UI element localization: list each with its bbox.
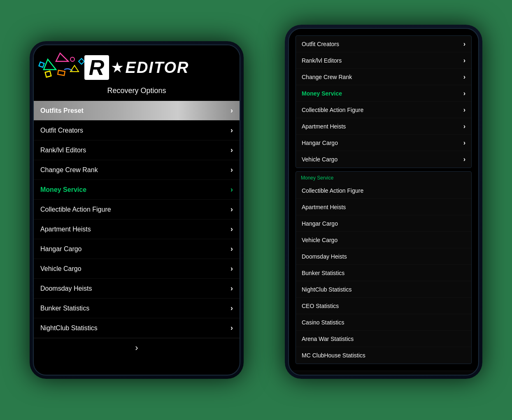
right-top-chevron-6: ›	[463, 139, 465, 147]
left-menu-item-1[interactable]: Outfit Creators›	[34, 121, 240, 140]
right-top-label-7: Vehicle Cargo	[302, 156, 337, 163]
left-menu-label-2: Rank/lvl Editors	[40, 147, 86, 154]
left-menu-item-7[interactable]: Hangar Cargo›	[34, 239, 240, 259]
svg-rect-2	[45, 71, 51, 77]
right-top-item-1[interactable]: Rank/lvl Editors›	[296, 52, 471, 69]
right-bottom-label-4: Doomsday Heists	[302, 253, 347, 260]
right-top-chevron-3: ›	[463, 90, 465, 97]
left-menu-label-10: Bunker Statistics	[40, 305, 89, 312]
svg-rect-4	[39, 62, 44, 68]
right-bottom-menu: Collectible Action FigureApartment Heist…	[296, 182, 471, 364]
right-top-item-0[interactable]: Outfit Creators›	[296, 36, 471, 52]
right-top-menu: Outfit Creators›Rank/lvl Editors›Change …	[296, 36, 471, 168]
right-top-item-2[interactable]: Change Crew Rank›	[296, 69, 471, 85]
right-top-label-2: Change Crew Rank	[302, 74, 352, 80]
right-bottom-label-9: Arena War Statistics	[302, 336, 354, 342]
left-menu-item-5[interactable]: Collectible Action Figure›	[34, 200, 240, 219]
left-menu-item-9[interactable]: Doomsday Heists›	[34, 279, 240, 299]
right-top-item-7[interactable]: Vehicle Cargo›	[296, 151, 471, 168]
svg-marker-1	[56, 53, 68, 61]
left-menu-label-5: Collectible Action Figure	[40, 206, 111, 213]
right-panel: Outfit Creators›Rank/lvl Editors›Change …	[285, 25, 482, 379]
left-menu-chevron-11: ›	[230, 324, 233, 332]
left-menu-item-11[interactable]: NightClub Statistics›	[34, 318, 240, 338]
left-menu-item-3[interactable]: Change Crew Rank›	[34, 160, 240, 180]
right-top-item-6[interactable]: Hangar Cargo›	[296, 135, 471, 151]
left-menu-list: Outfits Preset›Outfit Creators›Rank/lvl …	[34, 101, 240, 338]
left-menu-label-1: Outfit Creators	[40, 127, 83, 134]
left-menu-label-4: Money Service	[40, 186, 86, 194]
recovery-title: Recovery Options	[34, 84, 240, 101]
logo-r-letter: R	[84, 55, 109, 80]
scene: R ★ EDITOR Recovery Options Outfits Pres…	[30, 25, 482, 395]
right-top-chevron-7: ›	[463, 156, 465, 163]
left-menu-item-10[interactable]: Bunker Statistics›	[34, 299, 240, 318]
right-bottom-item-8[interactable]: Casino Statistics	[296, 314, 471, 331]
right-bottom-label-0: Collectible Action Figure	[302, 187, 363, 194]
right-top-chevron-2: ›	[463, 73, 465, 81]
right-bottom-label-10: MC ClubHouse Statistics	[302, 352, 365, 359]
left-menu-chevron-8: ›	[230, 264, 233, 273]
left-menu-item-4[interactable]: Money Service›	[34, 180, 240, 200]
left-menu-chevron-4: ›	[230, 185, 233, 194]
right-top-subpanel: Outfit Creators›Rank/lvl Editors›Change …	[296, 35, 472, 168]
left-menu-label-11: NightClub Statistics	[40, 324, 98, 332]
right-top-label-4: Collectible Action Figure	[302, 107, 363, 113]
right-bottom-item-7[interactable]: CEO Statistics	[296, 298, 471, 314]
left-menu-chevron-5: ›	[230, 205, 233, 214]
svg-point-5	[70, 57, 74, 61]
right-top-chevron-5: ›	[463, 123, 465, 130]
right-bottom-item-6[interactable]: NightClub Statistics	[296, 281, 471, 298]
left-menu-chevron-9: ›	[230, 284, 233, 293]
nav-down-arrow[interactable]: ›	[135, 343, 138, 353]
money-service-label: Money Service	[296, 172, 471, 182]
svg-marker-7	[79, 58, 84, 64]
right-bottom-item-10[interactable]: MC ClubHouse Statistics	[296, 347, 471, 364]
scroll-arrows[interactable]: ⇕	[466, 374, 472, 376]
left-menu-label-8: Vehicle Cargo	[40, 265, 81, 273]
right-top-label-0: Outfit Creators	[302, 41, 339, 47]
right-bottom-label-7: CEO Statistics	[302, 303, 339, 309]
right-top-chevron-1: ›	[463, 57, 465, 64]
right-bottom-label-8: Casino Statistics	[302, 319, 344, 326]
right-bottom-label-2: Hangar Cargo	[302, 220, 338, 227]
right-top-item-3[interactable]: Money Service›	[296, 85, 471, 102]
right-bottom-item-3[interactable]: Vehicle Cargo	[296, 232, 471, 248]
left-menu-chevron-2: ›	[230, 146, 233, 154]
right-top-label-3: Money Service	[302, 90, 342, 97]
left-menu-label-3: Change Crew Rank	[40, 166, 98, 174]
bottom-nav: ›	[34, 338, 240, 357]
left-menu-chevron-6: ›	[230, 225, 233, 233]
left-menu-chevron-3: ›	[230, 166, 233, 174]
left-menu-label-0: Outfits Preset	[40, 107, 84, 114]
right-top-label-6: Hangar Cargo	[302, 140, 338, 146]
svg-marker-0	[44, 59, 56, 70]
right-top-item-5[interactable]: Apartment Heists›	[296, 118, 471, 135]
left-menu-item-0[interactable]: Outfits Preset›	[34, 101, 240, 121]
left-menu-item-2[interactable]: Rank/lvl Editors›	[34, 140, 240, 160]
right-bottom-item-4[interactable]: Doomsday Heists	[296, 248, 471, 265]
left-menu-chevron-0: ›	[230, 106, 233, 115]
left-menu-item-6[interactable]: Apartment Heists›	[34, 219, 240, 239]
left-menu-label-6: Apartment Heists	[40, 226, 91, 233]
left-menu-chevron-1: ›	[230, 126, 233, 135]
right-top-label-5: Apartment Heists	[302, 123, 346, 130]
logo-area: R ★ EDITOR	[34, 45, 240, 84]
left-menu-label-9: Doomsday Heists	[40, 285, 92, 292]
left-panel: R ★ EDITOR Recovery Options Outfits Pres…	[30, 41, 244, 379]
right-bottom-item-1[interactable]: Apartment Heists	[296, 199, 471, 215]
right-bottom-item-5[interactable]: Bunker Statistics	[296, 265, 471, 281]
left-menu-label-7: Hangar Cargo	[40, 245, 82, 253]
left-menu-chevron-10: ›	[230, 304, 233, 313]
right-top-item-4[interactable]: Collectible Action Figure›	[296, 102, 471, 118]
right-bottom-label-1: Apartment Heists	[302, 204, 346, 210]
right-bottom-item-9[interactable]: Arena War Statistics	[296, 331, 471, 347]
logo-editor-text: EDITOR	[126, 59, 189, 77]
right-bottom-label-5: Bunker Statistics	[302, 270, 344, 276]
svg-marker-6	[70, 65, 79, 72]
right-bottom-item-2[interactable]: Hangar Cargo	[296, 215, 471, 232]
left-menu-item-8[interactable]: Vehicle Cargo›	[34, 259, 240, 279]
right-top-chevron-4: ›	[463, 106, 465, 114]
svg-rect-3	[58, 70, 65, 76]
right-bottom-item-0[interactable]: Collectible Action Figure	[296, 182, 471, 199]
